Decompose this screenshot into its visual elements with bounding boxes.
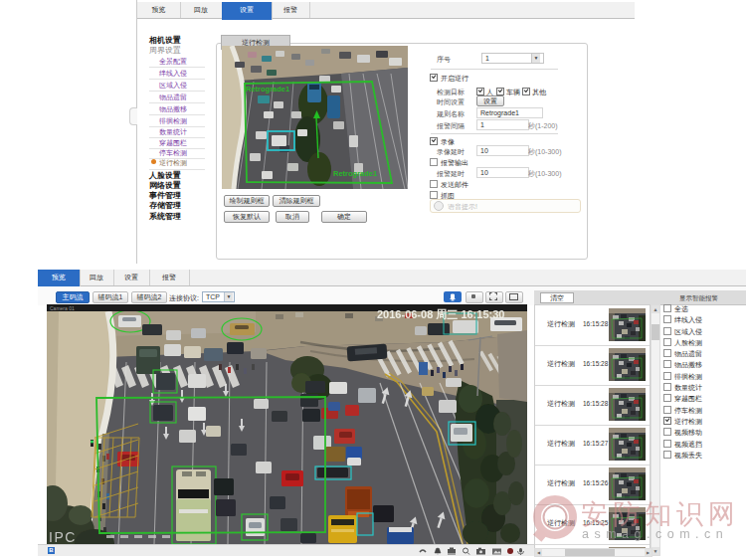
- svg-text:Retrograde1: Retrograde1: [246, 85, 289, 93]
- svg-text:安防知识网: 安防知识网: [581, 499, 740, 529]
- svg-text:IPC: IPC: [49, 529, 77, 544]
- svg-text:Retrograde1: Retrograde1: [333, 169, 377, 178]
- svg-text:Camera 01: Camera 01: [50, 305, 75, 311]
- svg-text:asmag.com.cn: asmag.com.cn: [582, 527, 728, 541]
- svg-text:2016-06-08 周三 16:15:30: 2016-06-08 周三 16:15:30: [377, 308, 504, 320]
